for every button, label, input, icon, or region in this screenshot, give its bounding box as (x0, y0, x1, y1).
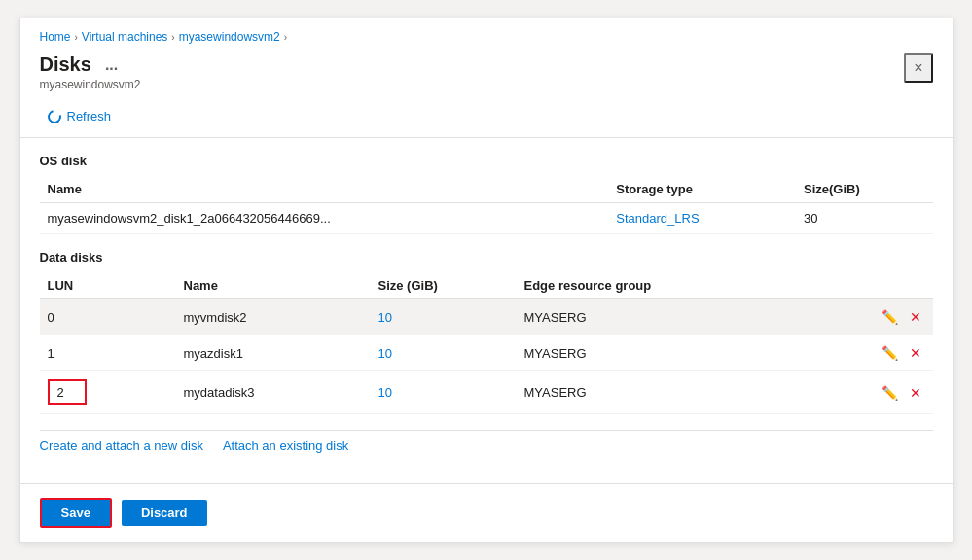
delete-disk-0-button[interactable]: ✕ (906, 307, 925, 327)
data-disk-lun-1: 1 (40, 335, 176, 371)
breadcrumb-home[interactable]: Home (40, 30, 71, 44)
data-disk-name-0: myvmdisk2 (176, 299, 371, 335)
table-row: 1 myazdisk1 10 MYASERG ✏️ ✕ (40, 335, 933, 371)
table-row: 2 mydatadisk3 10 MYASERG ✏️ ✕ (40, 371, 933, 414)
data-disk-size-2: 10 (371, 371, 517, 414)
footer: Save Discard (20, 483, 953, 542)
breadcrumb-vm-name[interactable]: myasewindowsvm2 (179, 30, 280, 44)
data-disk-lun-2: 2 (40, 371, 176, 414)
os-disk-name: myasewindowsvm2_disk1_2a066432056446669.… (40, 203, 609, 234)
panel-subtitle: myasewindowsvm2 (40, 78, 141, 91)
breadcrumb: Home › Virtual machines › myasewindowsvm… (20, 18, 953, 50)
os-col-name: Name (40, 176, 609, 203)
breadcrumb-virtual-machines[interactable]: Virtual machines (82, 30, 168, 44)
edit-disk-1-button[interactable]: ✏️ (878, 343, 902, 363)
chevron-icon-1: › (75, 32, 78, 43)
os-disk-header-row: Name Storage type Size(GiB) (40, 176, 933, 203)
main-panel: Home › Virtual machines › myasewindowsvm… (19, 18, 954, 542)
panel-title-group: Disks ... myasewindowsvm2 (40, 53, 141, 91)
edit-disk-0-button[interactable]: ✏️ (878, 307, 902, 327)
data-disks-table: LUN Name Size (GiB) Edge resource group … (40, 272, 933, 414)
data-col-lun: LUN (40, 272, 176, 299)
chevron-icon-3: › (284, 32, 287, 43)
chevron-icon-2: › (171, 32, 174, 43)
save-button[interactable]: Save (40, 498, 112, 528)
data-disk-header-row: LUN Name Size (GiB) Edge resource group (40, 272, 933, 299)
data-col-size: Size (GiB) (371, 272, 517, 299)
os-col-size: Size(GiB) (796, 176, 932, 203)
os-disk-size: 30 (796, 203, 932, 234)
toolbar: Refresh (20, 99, 953, 138)
os-disk-table: Name Storage type Size(GiB) myasewindows… (40, 176, 933, 234)
os-col-storage: Storage type (608, 176, 796, 203)
links-row: Create and attach a new disk Attach an e… (40, 430, 933, 461)
data-col-actions (870, 272, 933, 299)
data-col-resource-group: Edge resource group (517, 272, 870, 299)
table-row: 0 myvmdisk2 10 MYASERG ✏️ ✕ (40, 299, 933, 335)
panel-title: Disks ... (40, 53, 141, 76)
data-disk-rg-0: MYASERG (517, 299, 870, 335)
content-area: OS disk Name Storage type Size(GiB) myas… (20, 138, 953, 483)
data-disk-name-1: myazdisk1 (176, 335, 371, 371)
data-disks-section-title: Data disks (40, 250, 933, 264)
create-attach-disk-button[interactable]: Create and attach a new disk (40, 438, 203, 453)
data-disk-actions-2: ✏️ ✕ (870, 371, 933, 414)
os-disk-storage-type: Standard_LRS (608, 203, 796, 234)
data-disk-actions-1: ✏️ ✕ (870, 335, 933, 371)
ellipsis-button[interactable]: ... (99, 54, 124, 76)
close-button[interactable]: × (904, 53, 932, 83)
lun-outlined-cell: 2 (48, 379, 87, 405)
edit-disk-2-button[interactable]: ✏️ (878, 383, 902, 402)
data-disk-actions-0: ✏️ ✕ (870, 299, 933, 335)
refresh-label: Refresh (67, 109, 112, 123)
data-disk-rg-2: MYASERG (517, 371, 870, 414)
refresh-button[interactable]: Refresh (40, 105, 120, 127)
data-disk-size-0: 10 (371, 299, 517, 335)
os-disk-section-title: OS disk (40, 154, 933, 168)
delete-disk-1-button[interactable]: ✕ (906, 343, 925, 363)
table-row: myasewindowsvm2_disk1_2a066432056446669.… (40, 203, 933, 234)
data-disk-size-1: 10 (371, 335, 517, 371)
attach-existing-disk-button[interactable]: Attach an existing disk (223, 438, 348, 453)
data-disk-name-2: mydatadisk3 (176, 371, 371, 414)
refresh-icon (45, 107, 63, 125)
delete-disk-2-button[interactable]: ✕ (906, 383, 925, 402)
data-disk-rg-1: MYASERG (517, 335, 870, 371)
data-disk-lun-0: 0 (40, 299, 176, 335)
discard-button[interactable]: Discard (122, 500, 207, 526)
data-col-name: Name (176, 272, 371, 299)
panel-header: Disks ... myasewindowsvm2 × (20, 50, 953, 99)
title-text: Disks (40, 53, 91, 76)
